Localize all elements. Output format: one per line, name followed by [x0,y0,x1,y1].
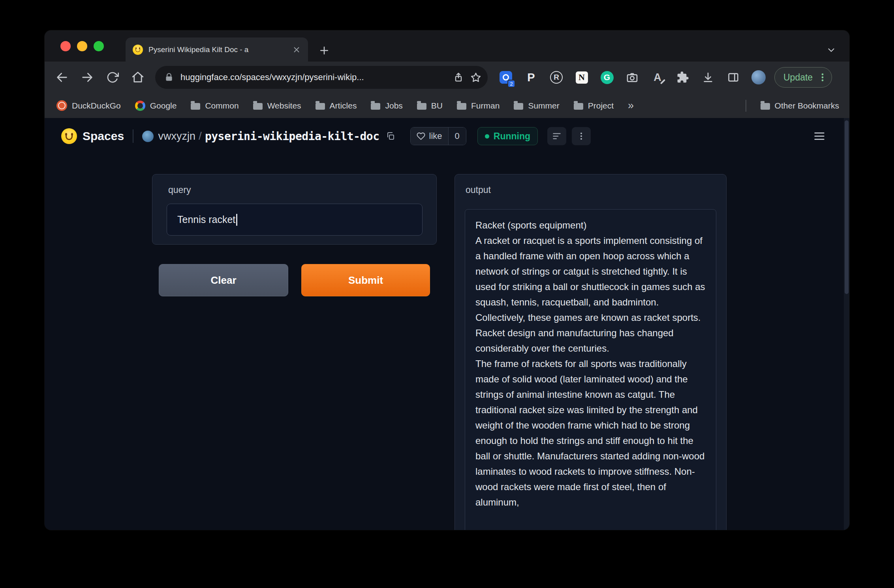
bookmark-label: DuckDuckGo [72,101,121,110]
page-scrollbar[interactable] [844,118,849,530]
home-button[interactable] [128,68,147,87]
folder-icon [253,103,263,110]
bookmark-folder-jobs[interactable]: Jobs [371,101,402,110]
sort-lines-icon [552,131,562,141]
lock-icon [164,72,174,82]
bookmark-folder-common[interactable]: Common [191,101,239,110]
update-button[interactable]: Update [774,67,832,88]
output-paragraph: Racket (sports equipment) [475,217,706,233]
output-panel: output Racket (sports equipment) A racke… [455,174,727,530]
clear-button[interactable]: Clear [159,264,288,296]
grammarly-extension-icon[interactable]: G [598,69,616,86]
status-badge[interactable]: Running [477,127,538,145]
status-label: Running [494,131,530,142]
owner-name[interactable]: vwxyzjn [158,130,196,142]
bookmark-folder-bu[interactable]: BU [417,101,443,110]
minimize-window-button[interactable] [77,41,87,51]
bookmark-folder-websites[interactable]: Websites [253,101,301,110]
folder-icon [761,103,770,110]
space-menu-button[interactable] [572,127,591,145]
bookmark-duckduckgo[interactable]: DuckDuckGo [56,100,121,111]
bookmarks-overflow-chevron[interactable]: » [628,99,634,112]
folder-icon [417,103,426,110]
spaces-header: Spaces vwxyzjn / pyserini-wikipedia-kilt… [45,118,849,154]
new-tab-button[interactable] [316,43,332,58]
kebab-menu-icon[interactable] [817,72,828,82]
hamburger-menu-icon[interactable] [813,130,826,142]
bookmark-google[interactable]: Google [135,101,177,111]
path-slash: / [199,130,202,142]
huggingface-favicon [133,45,143,55]
other-bookmarks[interactable]: Other Bookmarks [761,101,839,110]
google-icon [135,101,145,111]
forward-button[interactable] [78,68,97,87]
bookmark-folder-articles[interactable]: Articles [316,101,357,110]
bookmark-label: Other Bookmarks [775,101,839,110]
copy-icon[interactable] [386,131,395,141]
browser-toolbar: huggingface.co/spaces/vwxyzjn/pyserini-w… [45,62,849,93]
folder-icon [371,103,380,110]
update-label: Update [783,72,813,83]
bookmark-label: Articles [330,101,357,110]
bookmark-folder-project[interactable]: Project [574,101,614,110]
bookmarks-divider [746,100,746,112]
share-icon[interactable] [453,72,464,83]
page-content: Spaces vwxyzjn / pyserini-wikipedia-kilt… [45,118,849,530]
bookmark-label: BU [431,101,443,110]
side-panel-icon[interactable] [725,69,742,86]
browser-profile-avatar[interactable] [750,69,767,86]
output-textbox[interactable]: Racket (sports equipment) A racket or ra… [465,209,716,530]
bookmark-label: Google [150,101,177,110]
tab-strip: Pyserini Wikipedia Kilt Doc - a [45,30,849,62]
bookmark-label: Jobs [385,101,402,110]
heart-icon [417,132,425,140]
status-dot-icon [485,134,489,139]
logs-button[interactable] [547,127,566,145]
query-value: Tennis racket [177,214,235,225]
bookmark-label: Common [205,101,239,110]
password-extension-icon[interactable]: 2 [497,69,515,86]
kebab-menu-icon [577,131,586,141]
url-text: huggingface.co/spaces/vwxyzjn/pyserini-w… [180,72,447,82]
downloads-icon[interactable] [699,69,717,86]
extensions-area: 2 P R N G A [497,69,767,86]
tab-title: Pyserini Wikipedia Kilt Doc - a [148,45,287,54]
like-button[interactable]: like 0 [410,127,466,145]
close-window-button[interactable] [60,41,71,51]
tab-search-chevron-icon[interactable] [823,42,839,58]
extensions-puzzle-icon[interactable] [674,69,691,86]
browser-window: Pyserini Wikipedia Kilt Doc - a [45,30,849,530]
text-caret [236,214,237,226]
notion-extension-icon[interactable]: N [573,69,590,86]
close-tab-icon[interactable] [292,45,301,54]
reload-button[interactable] [103,68,122,87]
bookmark-label: Project [588,101,614,110]
r-extension-icon[interactable]: R [548,69,565,86]
bookmark-label: Websites [267,101,301,110]
huggingface-logo [61,128,77,144]
bookmark-folder-furman[interactable]: Furman [457,101,500,110]
zoom-window-button[interactable] [94,41,104,51]
page-scrollbar-thumb[interactable] [845,120,849,294]
bookmark-folder-summer[interactable]: Summer [514,101,559,110]
query-panel: query Tennis racket [152,174,437,245]
query-input[interactable]: Tennis racket [167,204,423,236]
bookmark-label: Furman [471,101,500,110]
spaces-brand[interactable]: Spaces [83,129,124,143]
folder-icon [316,103,325,110]
address-bar[interactable]: huggingface.co/spaces/vwxyzjn/pyserini-w… [155,66,488,89]
font-extension-icon[interactable]: A [649,69,666,86]
folder-icon [457,103,466,110]
camera-extension-icon[interactable] [624,69,641,86]
owner-avatar[interactable] [142,131,154,142]
browser-tab[interactable]: Pyserini Wikipedia Kilt Doc - a [126,37,308,62]
query-label: query [168,185,191,195]
like-count[interactable]: 0 [448,127,466,145]
bookmark-star-icon[interactable] [470,72,481,83]
output-label: output [466,185,491,195]
bookmarks-bar: DuckDuckGo Google Common Websites Articl… [45,93,849,118]
back-button[interactable] [53,68,71,87]
submit-button[interactable]: Submit [301,264,430,296]
p-extension-icon[interactable]: P [522,69,540,86]
space-name[interactable]: pyserini-wikipedia-kilt-doc [205,130,379,143]
